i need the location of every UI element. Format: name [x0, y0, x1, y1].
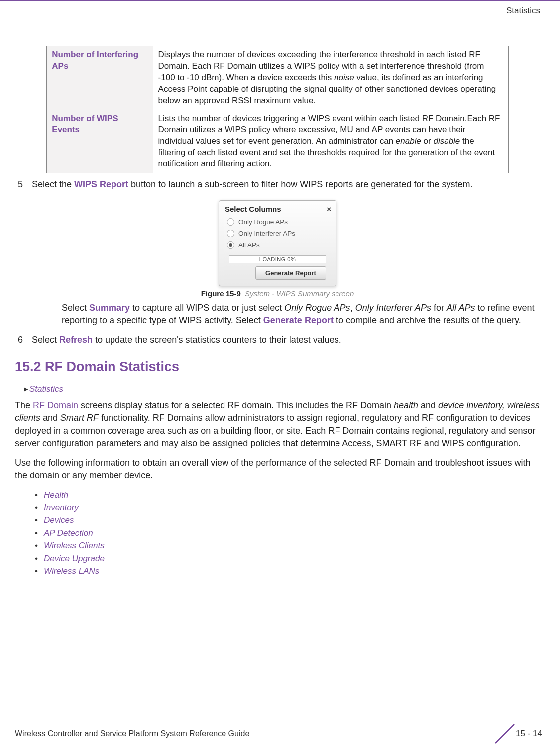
rf-domain-link[interactable]: RF Domain — [33, 400, 78, 410]
radio-all-aps[interactable]: All APs — [219, 239, 336, 251]
link-device-upgrade[interactable]: Device Upgrade — [44, 554, 105, 563]
link-wireless-clients[interactable]: Wireless Clients — [44, 541, 105, 550]
definitions-table: Number of Interfering APs Displays the n… — [46, 46, 508, 173]
radio-icon — [227, 218, 234, 226]
page-header-section: Statistics — [0, 6, 560, 16]
link-inventory[interactable]: Inventory — [44, 503, 79, 512]
link-health[interactable]: Health — [44, 490, 68, 500]
link-wireless-lans[interactable]: Wireless LANs — [44, 566, 99, 576]
breadcrumb[interactable]: ▸Statistics — [24, 384, 540, 394]
radio-only-rogue[interactable]: Only Rogue APs — [219, 216, 336, 228]
radio-label: Only Interferer APs — [238, 230, 295, 237]
generate-report-button[interactable]: Generate Report — [255, 266, 326, 280]
list-item: Inventory — [35, 502, 540, 514]
list-item: AP Detection — [35, 527, 540, 540]
step-number: 5 — [15, 178, 32, 191]
loading-bar: LOADING 0% — [229, 255, 326, 263]
svg-line-0 — [495, 724, 514, 743]
radio-icon — [227, 230, 234, 237]
link-ap-detection[interactable]: AP Detection — [44, 528, 93, 538]
table-row: Number of Interfering APs Displays the n… — [47, 46, 508, 110]
radio-label: All APs — [238, 241, 260, 249]
def-desc: Lists the number of devices triggering a… — [153, 110, 508, 173]
page-number-box: 15 - 14 — [490, 723, 545, 744]
step-6: 6 Select Refresh to update the screen's … — [15, 334, 540, 346]
radio-label: Only Rogue APs — [238, 218, 288, 226]
arrow-icon: ▸ — [24, 384, 28, 394]
section-heading: 15.2 RF Domain Statistics — [15, 359, 179, 375]
list-item: Device Upgrade — [35, 552, 540, 565]
def-desc: Displays the number of devices exceeding… — [153, 46, 508, 110]
figure-caption: Figure 15-9 System - WIPS Summary screen — [15, 289, 540, 298]
dialog-title-text: Select Columns — [225, 205, 281, 213]
select-columns-dialog: Select Columns × Only Rogue APs Only Int… — [219, 200, 336, 286]
def-label: Number of WIPS Events — [47, 110, 153, 173]
link-devices[interactable]: Devices — [44, 515, 74, 525]
footer-title: Wireless Controller and Service Platform… — [15, 729, 249, 738]
rf-domain-intro: The RF Domain screens display status for… — [15, 399, 540, 450]
list-item: Wireless Clients — [35, 539, 540, 552]
radio-only-interferer[interactable]: Only Interferer APs — [219, 228, 336, 239]
list-item: Health — [35, 489, 540, 502]
close-icon[interactable]: × — [327, 205, 331, 213]
list-item: Wireless LANs — [35, 565, 540, 578]
step-5: 5 Select the WIPS Report button to launc… — [15, 178, 540, 191]
list-item: Devices — [35, 514, 540, 527]
def-label: Number of Interfering APs — [47, 46, 153, 110]
summary-paragraph: Select Summary to capture all WIPS data … — [15, 302, 540, 327]
step-number: 6 — [15, 334, 32, 346]
radio-icon — [227, 241, 234, 249]
table-row: Number of WIPS Events Lists the number o… — [47, 110, 508, 173]
topic-link-list: Health Inventory Devices AP Detection Wi… — [35, 489, 540, 578]
rf-domain-usage: Use the following information to obtain … — [15, 457, 540, 482]
